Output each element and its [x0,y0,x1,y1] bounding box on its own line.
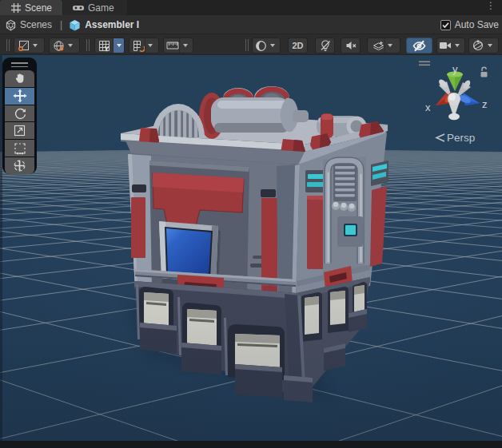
svg-text:x: x [425,101,431,113]
svg-text:z: z [482,98,488,110]
svg-text:y: y [452,63,458,75]
svg-text:Persp: Persp [447,132,475,144]
